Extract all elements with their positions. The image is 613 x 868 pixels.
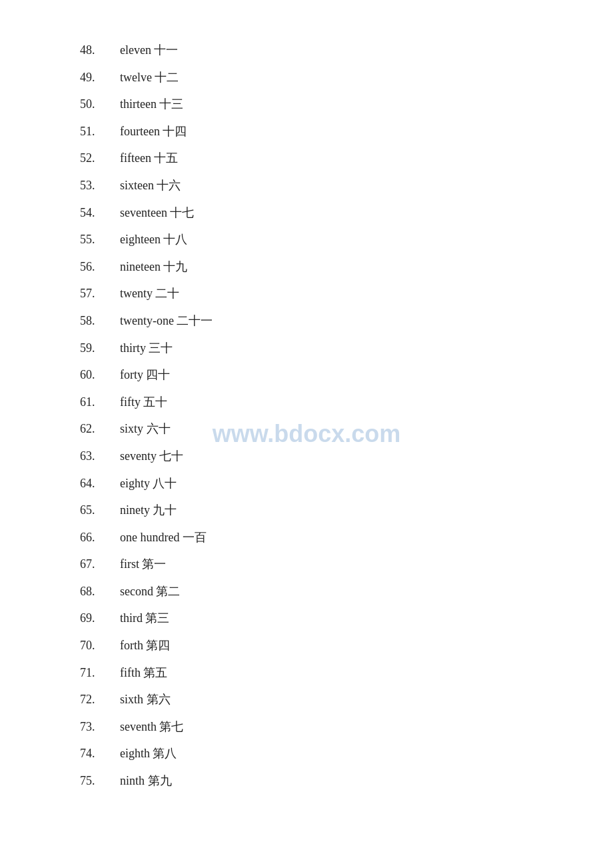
item-number: 48. bbox=[80, 40, 120, 61]
item-number: 61. bbox=[80, 392, 120, 413]
item-number: 62. bbox=[80, 419, 120, 439]
item-number: 55. bbox=[80, 229, 120, 250]
item-text: second 第二 bbox=[120, 581, 180, 602]
item-number: 69. bbox=[80, 608, 120, 629]
list-item: 70.forth 第四 bbox=[80, 635, 533, 656]
item-text: forth 第四 bbox=[120, 635, 171, 656]
list-item: 71.fifth 第五 bbox=[80, 663, 533, 683]
item-number: 75. bbox=[80, 771, 120, 791]
item-text: first 第一 bbox=[120, 554, 167, 575]
main-content: 48.eleven 十一49.twelve 十二50.thirteen 十三51… bbox=[0, 0, 613, 838]
item-text: eighteen 十八 bbox=[120, 229, 187, 250]
list-item: 50.thirteen 十三 bbox=[80, 94, 533, 115]
list-item: 64.eighty 八十 bbox=[80, 473, 533, 494]
list-item: 55.eighteen 十八 bbox=[80, 229, 533, 250]
item-text: fifth 第五 bbox=[120, 663, 168, 683]
item-text: sixteen 十六 bbox=[120, 175, 181, 196]
item-number: 58. bbox=[80, 311, 120, 331]
item-number: 68. bbox=[80, 581, 120, 602]
item-number: 60. bbox=[80, 365, 120, 385]
item-text: nineteen 十九 bbox=[120, 257, 187, 277]
item-number: 53. bbox=[80, 175, 120, 196]
list-item: 63.seventy 七十 bbox=[80, 446, 533, 467]
item-text: fourteen 十四 bbox=[120, 121, 187, 142]
list-item: 48.eleven 十一 bbox=[80, 40, 533, 61]
item-text: sixth 第六 bbox=[120, 689, 171, 710]
item-text: twelve 十二 bbox=[120, 67, 179, 88]
list-item: 75.ninth 第九 bbox=[80, 771, 533, 791]
item-number: 63. bbox=[80, 446, 120, 467]
item-text: eleven 十一 bbox=[120, 40, 178, 61]
item-number: 72. bbox=[80, 689, 120, 710]
list-item: 62.sixty 六十 bbox=[80, 419, 533, 439]
item-text: ninety 九十 bbox=[120, 500, 177, 521]
item-number: 54. bbox=[80, 203, 120, 223]
list-item: 56.nineteen 十九 bbox=[80, 257, 533, 277]
item-number: 71. bbox=[80, 663, 120, 683]
item-text: ninth 第九 bbox=[120, 771, 172, 791]
item-text: thirty 三十 bbox=[120, 338, 173, 359]
list-item: 49.twelve 十二 bbox=[80, 67, 533, 88]
item-number: 65. bbox=[80, 500, 120, 521]
item-number: 64. bbox=[80, 473, 120, 494]
item-number: 50. bbox=[80, 94, 120, 115]
list-item: 67.first 第一 bbox=[80, 554, 533, 575]
list-item: 59.thirty 三十 bbox=[80, 338, 533, 359]
list-item: 54.seventeen 十七 bbox=[80, 203, 533, 223]
item-text: eighth 第八 bbox=[120, 743, 177, 764]
list-item: 74.eighth 第八 bbox=[80, 743, 533, 764]
item-text: sixty 六十 bbox=[120, 419, 171, 439]
item-number: 49. bbox=[80, 67, 120, 88]
list-item: 58.twenty-one 二十一 bbox=[80, 311, 533, 331]
item-number: 57. bbox=[80, 283, 120, 304]
list-item: 69.third 第三 bbox=[80, 608, 533, 629]
item-text: one hundred 一百 bbox=[120, 527, 207, 548]
list-item: 52.fifteen 十五 bbox=[80, 148, 533, 169]
list-item: 73.seventh 第七 bbox=[80, 717, 533, 737]
item-text: fifteen 十五 bbox=[120, 148, 178, 169]
item-text: twenty 二十 bbox=[120, 283, 180, 304]
list-item: 51.fourteen 十四 bbox=[80, 121, 533, 142]
item-number: 67. bbox=[80, 554, 120, 575]
item-number: 66. bbox=[80, 527, 120, 548]
vocabulary-list: 48.eleven 十一49.twelve 十二50.thirteen 十三51… bbox=[80, 40, 533, 791]
list-item: 60.forty 四十 bbox=[80, 365, 533, 385]
item-number: 70. bbox=[80, 635, 120, 656]
item-text: seventy 七十 bbox=[120, 446, 183, 467]
list-item: 61.fifty 五十 bbox=[80, 392, 533, 413]
item-text: third 第三 bbox=[120, 608, 170, 629]
list-item: 66.one hundred 一百 bbox=[80, 527, 533, 548]
list-item: 53.sixteen 十六 bbox=[80, 175, 533, 196]
item-text: thirteen 十三 bbox=[120, 94, 183, 115]
item-number: 74. bbox=[80, 743, 120, 764]
item-number: 73. bbox=[80, 717, 120, 737]
item-text: twenty-one 二十一 bbox=[120, 311, 213, 331]
item-text: forty 四十 bbox=[120, 365, 171, 385]
list-item: 65.ninety 九十 bbox=[80, 500, 533, 521]
item-number: 52. bbox=[80, 148, 120, 169]
item-number: 51. bbox=[80, 121, 120, 142]
item-text: eighty 八十 bbox=[120, 473, 177, 494]
item-number: 56. bbox=[80, 257, 120, 277]
item-text: fifty 五十 bbox=[120, 392, 168, 413]
item-text: seventh 第七 bbox=[120, 717, 183, 737]
list-item: 57.twenty 二十 bbox=[80, 283, 533, 304]
item-text: seventeen 十七 bbox=[120, 203, 194, 223]
list-item: 72.sixth 第六 bbox=[80, 689, 533, 710]
list-item: 68.second 第二 bbox=[80, 581, 533, 602]
item-number: 59. bbox=[80, 338, 120, 359]
